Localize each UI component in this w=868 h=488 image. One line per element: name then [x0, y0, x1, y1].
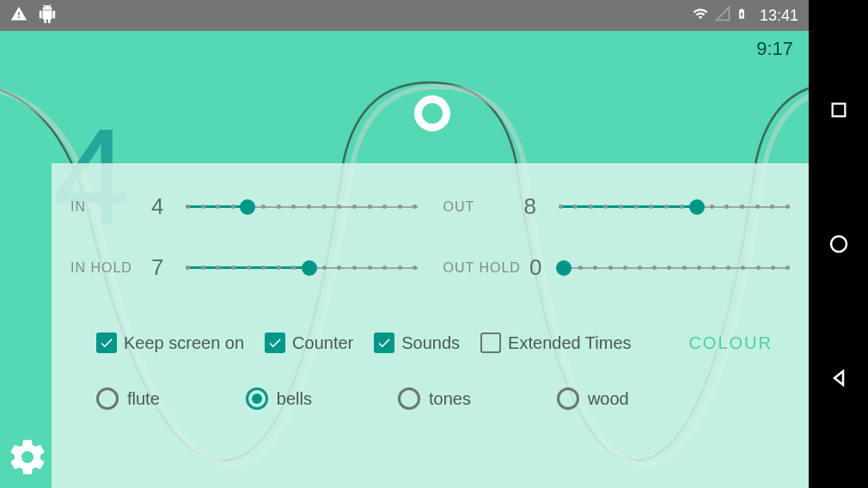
radio-sound-bells[interactable]: bells — [246, 387, 312, 410]
check-icon — [265, 332, 285, 353]
settings-panel: IN 4 OUT 8 IN HOLD 7 OUT HOLD 0 — [52, 163, 809, 488]
slider-value: 0 — [529, 254, 555, 281]
radio-icon — [246, 387, 268, 410]
settings-gear-button[interactable] — [7, 436, 48, 481]
radio-icon — [398, 387, 420, 410]
colour-button[interactable]: COLOUR — [688, 333, 773, 353]
radio-sound-tones[interactable]: tones — [398, 387, 471, 410]
radio-sound-flute[interactable]: flute — [96, 387, 160, 410]
radio-label: bells — [277, 389, 312, 409]
nav-home-button[interactable] — [828, 234, 849, 254]
android-nav-bar — [809, 0, 868, 488]
slider-label: OUT — [443, 199, 516, 215]
slider-in: IN 4 — [70, 193, 418, 220]
slider-in-hold-track[interactable] — [186, 259, 418, 277]
checkbox-label: Keep screen on — [124, 333, 244, 353]
slider-out: OUT 8 — [443, 193, 791, 220]
slider-out-hold-track[interactable] — [564, 259, 790, 277]
slider-in-track[interactable] — [186, 198, 418, 216]
app-screen: 13:41 9:17 4 IN 4 OUT 8 IN HOLD 7 — [0, 0, 809, 488]
checkbox-label: Counter — [292, 333, 353, 353]
slider-value: 4 — [151, 193, 177, 220]
radio-sound-wood[interactable]: wood — [557, 387, 629, 410]
checkbox-label: Sounds — [401, 333, 460, 353]
sound-options: flutebellstoneswood — [70, 387, 790, 410]
radio-icon — [96, 387, 119, 410]
checkbox-counter[interactable]: Counter — [265, 332, 353, 353]
options-row: Keep screen on Counter Sounds Extended T… — [70, 332, 790, 353]
check-icon — [96, 332, 117, 353]
svg-point-1 — [831, 236, 847, 252]
slider-out-track[interactable] — [559, 198, 791, 216]
battery-icon — [736, 4, 748, 27]
session-timer: 9:17 — [756, 38, 793, 60]
svg-rect-0 — [832, 104, 845, 117]
check-icon — [374, 332, 394, 353]
signal-icon — [715, 6, 730, 25]
breathing-visual-area[interactable]: 9:17 4 — [0, 31, 809, 164]
checkbox-keep-screen[interactable]: Keep screen on — [96, 332, 244, 353]
radio-icon — [557, 387, 579, 410]
warning-icon — [10, 5, 28, 26]
wifi-icon — [691, 6, 710, 25]
slider-out-hold: OUT HOLD 0 — [443, 254, 791, 281]
android-icon — [38, 4, 57, 27]
check-icon — [480, 332, 501, 353]
slider-value: 7 — [151, 254, 177, 281]
status-time: 13:41 — [760, 7, 798, 25]
slider-label: IN — [70, 199, 143, 215]
radio-label: flute — [127, 389, 160, 409]
checkbox-sounds[interactable]: Sounds — [374, 332, 460, 353]
checkbox-extended[interactable]: Extended Times — [480, 332, 631, 353]
status-bar: 13:41 — [0, 0, 809, 31]
radio-label: tones — [429, 389, 471, 409]
breath-indicator-ball — [414, 95, 450, 131]
radio-label: wood — [588, 389, 629, 409]
slider-label: IN HOLD — [70, 260, 143, 276]
nav-back-button[interactable] — [828, 368, 849, 388]
slider-label: OUT HOLD — [443, 260, 521, 276]
slider-value: 8 — [524, 193, 550, 220]
slider-in-hold: IN HOLD 7 — [70, 254, 418, 281]
nav-recent-button[interactable] — [828, 100, 849, 120]
checkbox-label: Extended Times — [508, 333, 631, 353]
